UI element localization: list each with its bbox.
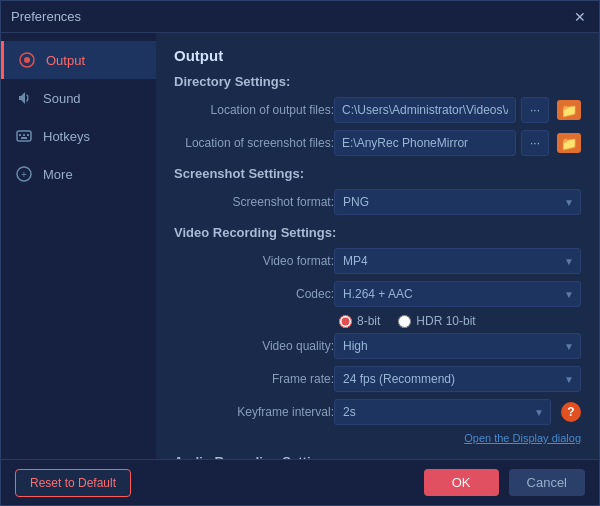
svg-point-1 xyxy=(24,57,30,63)
video-format-select[interactable]: MP4 MOV AVI xyxy=(334,248,581,274)
sidebar-label-output: Output xyxy=(46,53,85,68)
open-dialog-link[interactable]: Open the Display dialog xyxy=(174,432,581,444)
keyframe-select-wrap: 2s 4s 8s ▼ xyxy=(334,399,551,425)
window-title: Preferences xyxy=(11,9,81,24)
sound-icon xyxy=(15,89,33,107)
screenshot-format-row: Screenshot format: PNG JPG BMP ▼ xyxy=(174,189,581,215)
codec-controls: H.264 + AAC H.265 + AAC ▼ xyxy=(334,281,581,307)
video-section-title: Video Recording Settings: xyxy=(174,225,581,240)
cancel-button[interactable]: Cancel xyxy=(509,469,585,496)
reset-button[interactable]: Reset to Default xyxy=(15,469,131,497)
screenshot-section-title: Screenshot Settings: xyxy=(174,166,581,181)
svg-rect-3 xyxy=(19,134,21,136)
output-files-dots-button[interactable]: ··· xyxy=(521,97,549,123)
titlebar: Preferences ✕ xyxy=(1,1,599,33)
output-icon xyxy=(18,51,36,69)
screenshot-format-select-wrap: PNG JPG BMP ▼ xyxy=(334,189,581,215)
video-quality-select-wrap: High Medium Low ▼ xyxy=(334,333,581,359)
main-content: Output Sound xyxy=(1,33,599,459)
sidebar-label-sound: Sound xyxy=(43,91,81,106)
screenshot-files-folder-button[interactable]: 📁 xyxy=(557,133,581,153)
more-icon: + xyxy=(15,165,33,183)
frame-rate-select[interactable]: 24 fps (Recommend) 30 fps 60 fps xyxy=(334,366,581,392)
footer: Reset to Default OK Cancel xyxy=(1,459,599,505)
video-quality-row: Video quality: High Medium Low ▼ xyxy=(174,333,581,359)
svg-text:+: + xyxy=(21,169,27,180)
sidebar-item-more[interactable]: + More xyxy=(1,155,156,193)
output-files-input[interactable] xyxy=(334,97,516,123)
video-quality-select[interactable]: High Medium Low xyxy=(334,333,581,359)
sidebar-item-output[interactable]: Output xyxy=(1,41,156,79)
ok-button[interactable]: OK xyxy=(424,469,499,496)
hdr-text: HDR 10-bit xyxy=(416,314,475,328)
screenshot-format-select[interactable]: PNG JPG BMP xyxy=(334,189,581,215)
frame-rate-row: Frame rate: 24 fps (Recommend) 30 fps 60… xyxy=(174,366,581,392)
codec-label: Codec: xyxy=(174,287,334,301)
bit-8-text: 8-bit xyxy=(357,314,380,328)
codec-select-wrap: H.264 + AAC H.265 + AAC ▼ xyxy=(334,281,581,307)
frame-rate-select-wrap: 24 fps (Recommend) 30 fps 60 fps ▼ xyxy=(334,366,581,392)
bit-8-label[interactable]: 8-bit xyxy=(339,314,380,328)
screenshot-files-controls: ··· 📁 xyxy=(334,130,581,156)
screenshot-files-row: Location of screenshot files: ··· 📁 xyxy=(174,130,581,156)
sidebar-item-hotkeys[interactable]: Hotkeys xyxy=(1,117,156,155)
bit-depth-row: 8-bit HDR 10-bit xyxy=(339,314,581,328)
svg-rect-6 xyxy=(21,137,27,139)
output-files-folder-button[interactable]: 📁 xyxy=(557,100,581,120)
directory-section-title: Directory Settings: xyxy=(174,74,581,89)
video-format-label: Video format: xyxy=(174,254,334,268)
sidebar-item-sound[interactable]: Sound xyxy=(1,79,156,117)
screenshot-format-label: Screenshot format: xyxy=(174,195,334,209)
frame-rate-controls: 24 fps (Recommend) 30 fps 60 fps ▼ xyxy=(334,366,581,392)
footer-right: OK Cancel xyxy=(424,469,585,496)
output-folder-icon: 📁 xyxy=(557,100,581,120)
video-format-controls: MP4 MOV AVI ▼ xyxy=(334,248,581,274)
page-title: Output xyxy=(174,47,581,64)
svg-rect-5 xyxy=(27,134,29,136)
sidebar-label-more: More xyxy=(43,167,73,182)
hdr-radio[interactable] xyxy=(398,315,411,328)
codec-row: Codec: H.264 + AAC H.265 + AAC ▼ xyxy=(174,281,581,307)
video-format-row: Video format: MP4 MOV AVI ▼ xyxy=(174,248,581,274)
content-panel: Output Directory Settings: Location of o… xyxy=(156,33,599,459)
close-button[interactable]: ✕ xyxy=(571,8,589,26)
output-files-controls: ··· 📁 xyxy=(334,97,581,123)
output-files-row: Location of output files: ··· 📁 xyxy=(174,97,581,123)
screenshot-files-label: Location of screenshot files: xyxy=(174,136,334,150)
video-format-select-wrap: MP4 MOV AVI ▼ xyxy=(334,248,581,274)
output-files-label: Location of output files: xyxy=(174,103,334,117)
screenshot-files-input[interactable] xyxy=(334,130,516,156)
codec-select[interactable]: H.264 + AAC H.265 + AAC xyxy=(334,281,581,307)
keyframe-label: Keyframe interval: xyxy=(174,405,334,419)
keyframe-select[interactable]: 2s 4s 8s xyxy=(334,399,551,425)
keyframe-row: Keyframe interval: 2s 4s 8s ▼ ? xyxy=(174,399,581,425)
video-quality-label: Video quality: xyxy=(174,339,334,353)
keyframe-controls: 2s 4s 8s ▼ ? xyxy=(334,399,581,425)
sidebar: Output Sound xyxy=(1,33,156,459)
hotkeys-icon xyxy=(15,127,33,145)
screenshot-format-controls: PNG JPG BMP ▼ xyxy=(334,189,581,215)
sidebar-label-hotkeys: Hotkeys xyxy=(43,129,90,144)
screenshot-files-dots-button[interactable]: ··· xyxy=(521,130,549,156)
preferences-window: Preferences ✕ Output xyxy=(0,0,600,506)
frame-rate-label: Frame rate: xyxy=(174,372,334,386)
hdr-label[interactable]: HDR 10-bit xyxy=(398,314,475,328)
keyframe-help-button[interactable]: ? xyxy=(561,402,581,422)
screenshot-folder-icon: 📁 xyxy=(557,133,581,153)
bit-8-radio[interactable] xyxy=(339,315,352,328)
svg-rect-4 xyxy=(23,134,25,136)
video-quality-controls: High Medium Low ▼ xyxy=(334,333,581,359)
